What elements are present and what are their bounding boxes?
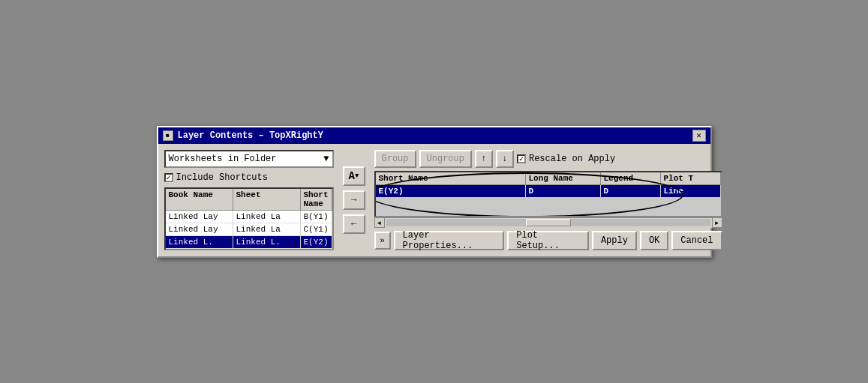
apply-button[interactable]: Apply <box>592 231 637 250</box>
ungroup-button[interactable]: Ungroup <box>419 150 472 168</box>
cell-book-1: Linked Lay <box>166 223 233 235</box>
center-controls: A▼ → ← <box>340 150 368 250</box>
cell-short-0: B(Y1) <box>301 211 332 223</box>
cell-short-2: E(Y2) <box>301 236 332 248</box>
rcell-long-0: D <box>526 185 601 197</box>
col-plot-type: Plot T <box>661 172 721 184</box>
cell-short-1: C(Y1) <box>301 223 332 235</box>
worksheets-dropdown[interactable]: Worksheets in Folder ▼ <box>164 150 334 168</box>
scroll-right-arrow[interactable]: ► <box>712 217 722 228</box>
dropdown-row: Worksheets in Folder ▼ <box>164 150 334 168</box>
move-down-button[interactable]: ↓ <box>496 150 514 168</box>
include-shortcuts-checkbox[interactable]: ✓ <box>164 173 173 182</box>
cell-book-2: Linked L. <box>166 236 233 248</box>
plot-setup-button[interactable]: Plot Setup... <box>507 231 589 250</box>
dropdown-value: Worksheets in Folder <box>169 154 277 164</box>
scroll-thumb[interactable] <box>526 219 571 226</box>
col-short-name-right: Short Name <box>376 172 526 184</box>
window-title: Layer Contents – TopXRightY <box>178 130 323 141</box>
right-table-row-selected[interactable]: E(Y2) D D Line <box>376 185 721 197</box>
scroll-track[interactable] <box>386 219 710 226</box>
main-window: ■ Layer Contents – TopXRightY ✕ Workshee… <box>157 126 712 258</box>
left-table-header: Book Name Sheet Short Name <box>166 189 332 211</box>
rescale-checkbox[interactable]: ✓ <box>517 154 526 163</box>
cancel-button[interactable]: Cancel <box>671 231 722 250</box>
col-book-name: Book Name <box>166 189 233 210</box>
rescale-label: Rescale on Apply <box>529 154 615 164</box>
horizontal-scrollbar[interactable]: ◄ ► <box>374 217 722 228</box>
move-up-button[interactable]: ↑ <box>475 150 493 168</box>
cell-sheet-1: Linked La <box>233 223 301 235</box>
left-panel: Worksheets in Folder ▼ ✓ Include Shortcu… <box>164 150 334 250</box>
right-toolbar: Group Ungroup ↑ ↓ ✓ Rescale on Apply <box>374 150 722 168</box>
col-sheet: Sheet <box>233 189 301 210</box>
rcell-short-0: E(Y2) <box>376 185 526 197</box>
double-arrow-button[interactable]: » <box>374 232 391 250</box>
rcell-legend-0: D <box>601 185 661 197</box>
right-content-area: Short Name Long Name Legend Plot T E(Y2)… <box>374 171 722 217</box>
cell-book-0: Linked Lay <box>166 211 233 223</box>
a-button[interactable]: A▼ <box>343 166 365 186</box>
arrow-right-button[interactable]: → <box>343 190 365 210</box>
close-button[interactable]: ✕ <box>692 130 706 142</box>
title-bar: ■ Layer Contents – TopXRightY ✕ <box>158 127 710 144</box>
right-section: Group Ungroup ↑ ↓ ✓ Rescale on Apply Sho… <box>374 150 722 250</box>
cell-sheet-0: Linked La <box>233 211 301 223</box>
window-icon: ■ <box>163 130 173 141</box>
cell-sheet-2: Linked L. <box>233 236 301 248</box>
rcell-plot-0: Line <box>661 185 721 197</box>
include-shortcuts-label: Include Shortcuts <box>176 172 268 183</box>
scroll-left-arrow[interactable]: ◄ <box>374 217 385 228</box>
col-legend: Legend <box>601 172 661 184</box>
left-data-table: Book Name Sheet Short Name Linked Lay Li… <box>164 187 334 250</box>
title-bar-left: ■ Layer Contents – TopXRightY <box>163 130 323 141</box>
right-table-header: Short Name Long Name Legend Plot T <box>376 172 721 185</box>
bottom-toolbar: » Layer Properties... Plot Setup... Appl… <box>374 228 722 250</box>
table-row[interactable]: Linked Lay Linked La B(Y1) <box>166 211 332 223</box>
dropdown-arrow: ▼ <box>323 154 329 164</box>
arrow-left-button[interactable]: ← <box>343 214 365 234</box>
window-body: Worksheets in Folder ▼ ✓ Include Shortcu… <box>158 144 710 256</box>
ok-button[interactable]: OK <box>640 231 668 250</box>
table-row-selected[interactable]: Linked L. Linked L. E(Y2) <box>166 236 332 249</box>
rescale-row: ✓ Rescale on Apply <box>517 154 615 164</box>
col-long-name: Long Name <box>526 172 601 184</box>
col-short-name: Short Name <box>301 189 332 210</box>
group-button[interactable]: Group <box>374 150 416 168</box>
layer-properties-button[interactable]: Layer Properties... <box>394 231 505 250</box>
include-shortcuts-row: ✓ Include Shortcuts <box>164 172 334 183</box>
table-row[interactable]: Linked Lay Linked La C(Y1) <box>166 223 332 236</box>
